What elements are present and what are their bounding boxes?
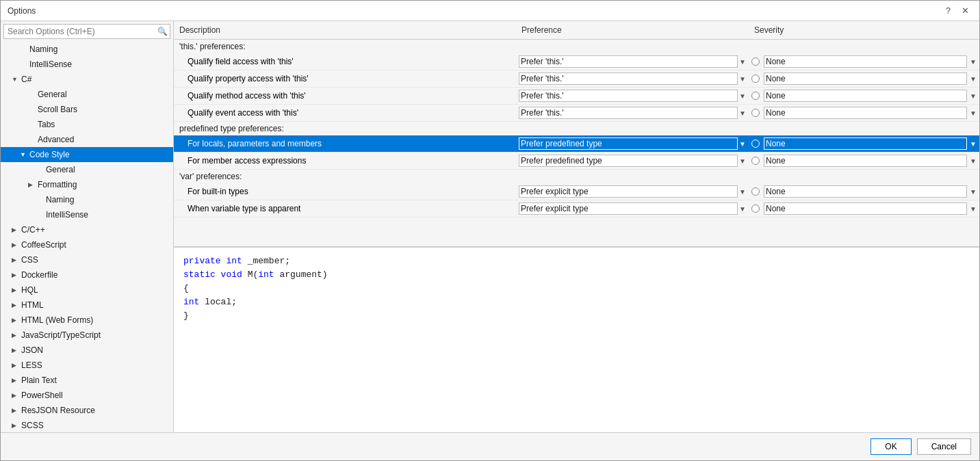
ok-button[interactable]: OK [871, 438, 911, 455]
pref-arrow-builtin-types[interactable]: ▼ [739, 188, 746, 196]
tree-item-general-codestyle[interactable]: General [1, 162, 173, 177]
tree-item-intellisense-cs[interactable]: IntelliSense [1, 57, 173, 72]
cell-pref-event-access: Prefer 'this.' ▼ [516, 105, 749, 121]
tree-item-codestyle[interactable]: ▼ Code Style [1, 147, 173, 162]
sev-arrow-member-access[interactable]: ▼ [970, 157, 977, 165]
search-box: 🔍 [3, 24, 170, 39]
pref-arrow-variable-apparent[interactable]: ▼ [739, 205, 746, 213]
table-row-variable-apparent[interactable]: When variable type is apparent Prefer ex… [174, 200, 979, 218]
table-row-event-access[interactable]: Qualify event access with 'this' Prefer … [174, 105, 979, 122]
sev-select-method-access[interactable]: None [764, 90, 967, 102]
left-panel: 🔍 Naming IntelliSense ▼ C# General Scrol… [1, 21, 174, 432]
tree-label-coffee: CoffeeScript [21, 239, 66, 251]
code-token: } [183, 311, 189, 321]
title-bar: Options ? ✕ [1, 1, 979, 21]
tree-item-scrollbars[interactable]: Scroll Bars [1, 102, 173, 117]
pref-arrow-locals-params[interactable]: ▼ [739, 140, 746, 148]
search-input[interactable] [3, 24, 170, 39]
tree-label-htmlwebforms: HTML (Web Forms) [21, 314, 93, 326]
cell-pref-property-access: Prefer 'this.' ▼ [516, 70, 749, 87]
tree-item-coffee[interactable]: ▶ CoffeeScript [1, 237, 173, 252]
help-button[interactable]: ? [942, 4, 954, 17]
sev-select-field-access[interactable]: None [764, 55, 967, 68]
table-scroll[interactable]: 'this.' preferences: Qualify field acces… [174, 40, 979, 246]
pref-select-locals-params[interactable]: Prefer predefined type [519, 137, 738, 150]
cell-desc-variable-apparent: When variable type is apparent [174, 202, 516, 215]
pref-select-method-access[interactable]: Prefer 'this.' [519, 90, 738, 102]
tree-item-json[interactable]: ▶ JSON [1, 343, 173, 358]
tree-item-scss[interactable]: ▶ SCSS [1, 418, 173, 432]
pref-arrow-field-access[interactable]: ▼ [739, 58, 746, 66]
pref-select-builtin-types[interactable]: Prefer explicit type [519, 185, 738, 198]
pref-arrow-member-access[interactable]: ▼ [739, 157, 746, 165]
tree-item-jstype[interactable]: ▶ JavaScript/TypeScript [1, 328, 173, 343]
pref-select-variable-apparent[interactable]: Prefer explicit type [519, 202, 738, 215]
tree-item-csharp[interactable]: ▼ C# [1, 72, 173, 87]
sev-arrow-method-access[interactable]: ▼ [970, 92, 977, 100]
cancel-button[interactable]: Cancel [917, 438, 971, 455]
tree-item-resjson[interactable]: ▶ ResJSON Resource [1, 403, 173, 418]
tree-label-intellisense-cs: IntelliSense [29, 58, 72, 70]
tree-item-advanced[interactable]: Advanced [1, 132, 173, 147]
tree-item-css[interactable]: ▶ CSS [1, 252, 173, 267]
table-row-field-access[interactable]: Qualify field access with 'this' Prefer … [174, 53, 979, 70]
sev-arrow-builtin-types[interactable]: ▼ [970, 188, 977, 196]
tree-label-cpp: C/C++ [21, 224, 45, 236]
tree-item-less[interactable]: ▶ LESS [1, 358, 173, 373]
radio-event-access [751, 109, 760, 117]
sev-select-property-access[interactable]: None [764, 73, 967, 85]
sev-select-locals-params[interactable]: None [764, 137, 967, 150]
table-row-builtin-types[interactable]: For built-in types Prefer explicit type … [174, 183, 979, 200]
code-token: M( [242, 269, 258, 280]
sev-select-member-access[interactable]: None [764, 155, 967, 167]
code-token: argument) [274, 269, 328, 280]
tree-arrow-jstype: ▶ [12, 329, 21, 341]
sev-select-builtin-types[interactable]: None [764, 185, 967, 198]
tree-item-general-cs[interactable]: General [1, 87, 173, 102]
pref-select-property-access[interactable]: Prefer 'this.' [519, 73, 738, 85]
tree-label-advanced: Advanced [38, 133, 74, 146]
tree-item-hql[interactable]: ▶ HQL [1, 282, 173, 298]
table-row-method-access[interactable]: Qualify method access with 'this' Prefer… [174, 88, 979, 105]
tree-item-naming[interactable]: Naming [1, 42, 173, 57]
sev-arrow-locals-params[interactable]: ▼ [970, 140, 977, 148]
tree-item-tabs[interactable]: Tabs [1, 117, 173, 132]
sev-arrow-variable-apparent[interactable]: ▼ [970, 205, 977, 213]
tree-item-powershell[interactable]: ▶ PowerShell [1, 388, 173, 403]
pref-arrow-property-access[interactable]: ▼ [739, 75, 746, 83]
tree-item-intellisense2[interactable]: IntelliSense [1, 207, 173, 222]
sev-arrow-property-access[interactable]: ▼ [970, 75, 977, 83]
table-row-member-access[interactable]: For member access expressions Prefer pre… [174, 153, 979, 170]
tree-item-cpp[interactable]: ▶ C/C++ [1, 222, 173, 237]
cell-sev-builtin-types: None ▼ [749, 183, 979, 200]
tree-item-dockerfile[interactable]: ▶ Dockerfile [1, 267, 173, 282]
sev-arrow-event-access[interactable]: ▼ [970, 109, 977, 117]
table-row-property-access[interactable]: Qualify property access with 'this' Pref… [174, 70, 979, 88]
tree-item-html[interactable]: ▶ HTML [1, 298, 173, 313]
table-row-locals-params[interactable]: For locals, parameters and members Prefe… [174, 135, 979, 153]
cell-desc-event-access: Qualify event access with 'this' [174, 106, 516, 120]
cell-desc-field-access: Qualify field access with 'this' [174, 55, 516, 68]
tree-container: Naming IntelliSense ▼ C# General Scroll … [1, 42, 173, 432]
sev-select-event-access[interactable]: None [764, 107, 967, 119]
pref-select-member-access[interactable]: Prefer predefined type [519, 155, 738, 167]
pref-arrow-method-access[interactable]: ▼ [739, 92, 746, 100]
tree-item-formatting[interactable]: ▶ Formatting [1, 177, 173, 192]
tree-arrow-less: ▶ [12, 359, 21, 371]
col-header-preference: Preference [516, 24, 749, 36]
code-token: local; [199, 297, 237, 307]
close-button[interactable]: ✕ [958, 4, 972, 17]
tree-label-css: CSS [21, 254, 38, 266]
cell-sev-event-access: None ▼ [749, 105, 979, 121]
tree-item-naming2[interactable]: Naming [1, 192, 173, 207]
tree-item-plaintext[interactable]: ▶ Plain Text [1, 373, 173, 388]
tree-arrow-coffee: ▶ [12, 239, 21, 251]
sev-select-variable-apparent[interactable]: None [764, 202, 967, 215]
code-line: } [183, 309, 970, 323]
tree-arrow-plaintext: ▶ [12, 374, 21, 386]
tree-item-htmlwebforms[interactable]: ▶ HTML (Web Forms) [1, 313, 173, 328]
pref-arrow-event-access[interactable]: ▼ [739, 109, 746, 117]
pref-select-event-access[interactable]: Prefer 'this.' [519, 107, 738, 119]
pref-select-field-access[interactable]: Prefer 'this.' [519, 55, 738, 68]
sev-arrow-field-access[interactable]: ▼ [970, 58, 977, 66]
